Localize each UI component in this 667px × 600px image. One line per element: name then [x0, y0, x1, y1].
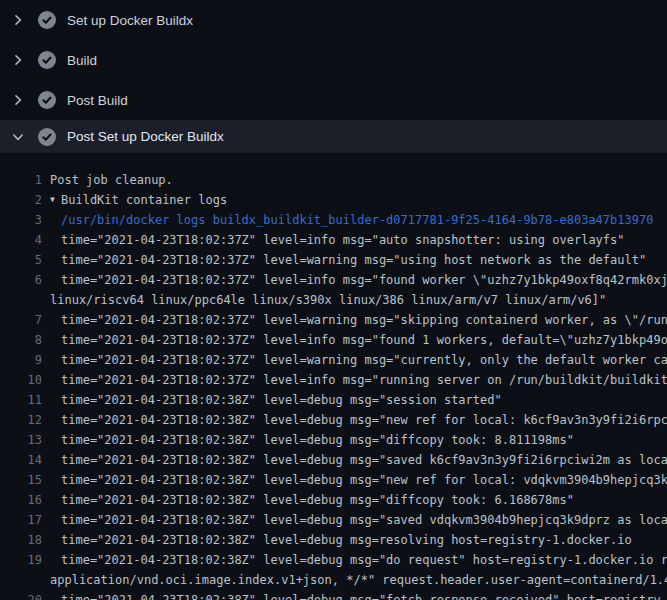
actions-log-viewer: Set up Docker Buildx Build Post Buil [0, 0, 667, 600]
log-line-text: application/vnd.oci.image.index.v1+json,… [42, 570, 667, 590]
log-line: 13 ▼ time="2021-04-23T18:02:38Z" level=d… [0, 430, 667, 450]
log-line-text: time="2021-04-23T18:02:37Z" level=warnin… [42, 250, 646, 270]
log-line-text: linux/riscv64 linux/ppc64le linux/s390x … [42, 290, 606, 310]
log-line-number: 19 [0, 550, 42, 570]
log-line: 18 ▼ time="2021-04-23T18:02:38Z" level=d… [0, 530, 667, 550]
log-line-number: 15 [0, 470, 42, 490]
log-line-text: time="2021-04-23T18:02:38Z" level=debug … [42, 410, 667, 430]
log-line: 19 ▼ time="2021-04-23T18:02:38Z" level=d… [0, 550, 667, 570]
log-line[interactable]: 2 ▼ BuildKit container logs [0, 190, 667, 210]
log-line-number: 13 [0, 430, 42, 450]
step-label: Build [67, 53, 97, 68]
check-circle-icon [38, 128, 56, 146]
chevron-icon [10, 92, 26, 108]
chevron-icon [10, 129, 26, 145]
check-circle-icon [38, 11, 56, 29]
step-row-build[interactable]: Build [0, 40, 667, 80]
steps-list: Set up Docker Buildx Build Post Buil [0, 0, 667, 153]
log-line-text: time="2021-04-23T18:02:38Z" level=debug … [42, 530, 632, 550]
log-line: 6 ▼ time="2021-04-23T18:02:37Z" level=in… [0, 270, 667, 290]
log-line-text: time="2021-04-23T18:02:38Z" level=debug … [42, 450, 667, 470]
log-line-number: 9 [0, 350, 42, 370]
log-line-text: time="2021-04-23T18:02:37Z" level=info m… [42, 270, 667, 290]
log-line: 15 ▼ time="2021-04-23T18:02:38Z" level=d… [0, 470, 667, 490]
log-line-number [0, 290, 42, 310]
log-line: 8 ▼ time="2021-04-23T18:02:37Z" level=in… [0, 330, 667, 350]
step-row-set-up-docker-buildx[interactable]: Set up Docker Buildx [0, 0, 667, 40]
log-line-number: 5 [0, 250, 42, 270]
log-line: ▼ application/vnd.oci.image.index.v1+jso… [0, 570, 667, 590]
log-line-text: /usr/bin/docker logs buildx_buildkit_bui… [42, 210, 653, 230]
log-line-text: time="2021-04-23T18:02:37Z" level=info m… [42, 230, 625, 250]
log-line: 14 ▼ time="2021-04-23T18:02:38Z" level=d… [0, 450, 667, 470]
log-line: 12 ▼ time="2021-04-23T18:02:38Z" level=d… [0, 410, 667, 430]
log-line-number: 6 [0, 270, 42, 290]
log-line-text: time="2021-04-23T18:02:38Z" level=debug … [42, 470, 667, 490]
log-line-number: 8 [0, 330, 42, 350]
log-line: 16 ▼ time="2021-04-23T18:02:38Z" level=d… [0, 490, 667, 510]
log-line-number: 3 [0, 210, 42, 230]
log-area: 1 ▼ Post job cleanup. 2 ▼ BuildKit conta… [0, 153, 667, 600]
log-line-text: time="2021-04-23T18:02:38Z" level=debug … [42, 590, 667, 600]
log-line-number: 1 [0, 170, 42, 190]
log-line: 3 ▼ /usr/bin/docker logs buildx_buildkit… [0, 210, 667, 230]
log-line-text: BuildKit container logs [61, 190, 227, 210]
log-line-number: 16 [0, 490, 42, 510]
log-line-number: 2 [0, 190, 42, 210]
log-line-text: time="2021-04-23T18:02:37Z" level=info m… [42, 330, 667, 350]
log-line: 1 ▼ Post job cleanup. [0, 170, 667, 190]
group-caret-icon[interactable]: ▼ [50, 190, 61, 210]
log-line-number: 12 [0, 410, 42, 430]
log-line-number: 14 [0, 450, 42, 470]
log-line: 20 ▼ time="2021-04-23T18:02:38Z" level=d… [0, 590, 667, 600]
log-line-text: time="2021-04-23T18:02:37Z" level=info m… [42, 370, 667, 390]
log-line: 4 ▼ time="2021-04-23T18:02:37Z" level=in… [0, 230, 667, 250]
log-line-number: 7 [0, 310, 42, 330]
log-line-number: 20 [0, 590, 42, 600]
log-line: ▼ linux/riscv64 linux/ppc64le linux/s390… [0, 290, 667, 310]
log-line-text: time="2021-04-23T18:02:38Z" level=debug … [42, 510, 667, 530]
log-line-text: time="2021-04-23T18:02:38Z" level=debug … [42, 490, 574, 510]
step-label: Post Set up Docker Buildx [67, 129, 224, 144]
log-line: 17 ▼ time="2021-04-23T18:02:38Z" level=d… [0, 510, 667, 530]
step-label: Post Build [67, 93, 128, 108]
log-line: 11 ▼ time="2021-04-23T18:02:38Z" level=d… [0, 390, 667, 410]
log-line-text: Post job cleanup. [42, 170, 173, 190]
log-line-text: time="2021-04-23T18:02:38Z" level=debug … [42, 390, 502, 410]
log-line: 10 ▼ time="2021-04-23T18:02:37Z" level=i… [0, 370, 667, 390]
chevron-icon [10, 12, 26, 28]
log-line: 9 ▼ time="2021-04-23T18:02:37Z" level=wa… [0, 350, 667, 370]
log-line-text: time="2021-04-23T18:02:37Z" level=warnin… [42, 310, 667, 330]
log-line-number: 11 [0, 390, 42, 410]
check-circle-icon [38, 51, 56, 69]
log-line-text: time="2021-04-23T18:02:38Z" level=debug … [42, 550, 667, 570]
step-row-post-set-up-docker-buildx[interactable]: Post Set up Docker Buildx [0, 120, 667, 153]
step-row-post-build[interactable]: Post Build [0, 80, 667, 120]
log-line-text: time="2021-04-23T18:02:38Z" level=debug … [42, 430, 574, 450]
log-line-number [0, 570, 42, 590]
log-line: 7 ▼ time="2021-04-23T18:02:37Z" level=wa… [0, 310, 667, 330]
log-line-text: time="2021-04-23T18:02:37Z" level=warnin… [42, 350, 667, 370]
log-line: 5 ▼ time="2021-04-23T18:02:37Z" level=wa… [0, 250, 667, 270]
log-line-number: 18 [0, 530, 42, 550]
chevron-icon [10, 52, 26, 68]
step-label: Set up Docker Buildx [67, 13, 193, 28]
log-line-number: 10 [0, 370, 42, 390]
log-line-number: 4 [0, 230, 42, 250]
log-line-number: 17 [0, 510, 42, 530]
check-circle-icon [38, 91, 56, 109]
